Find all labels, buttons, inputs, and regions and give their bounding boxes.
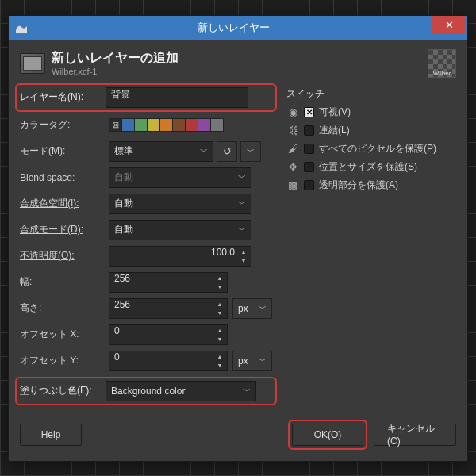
switch-label: 可視(V) (319, 106, 351, 119)
move-icon: ✥ (286, 160, 299, 173)
ok-button[interactable]: OK(O) (292, 424, 363, 446)
size-unit-select[interactable]: px﹀ (232, 298, 272, 319)
eye-icon: ◉ (286, 106, 299, 118)
colortag-swatch[interactable] (185, 118, 198, 132)
label-fill: 塗りつぶし色(F): (20, 384, 106, 397)
highlight-fill: 塗りつぶし色(F): Background color﹀ (15, 377, 277, 405)
offsety-input[interactable]: 0▲▼ (109, 351, 228, 371)
switch-row: ◉✕可視(V) (286, 106, 456, 119)
dialog-window: 新しいレイヤー ✕ 新しいレイヤーの追加 Wilber.xcf-1 Wilber… (8, 15, 468, 462)
switch-checkbox[interactable] (304, 180, 314, 190)
label-height: 高さ: (20, 301, 109, 315)
alpha-icon: ▩ (286, 178, 299, 191)
opacity-input[interactable]: 100.0▲▼ (109, 246, 251, 267)
colortag-swatch[interactable] (134, 118, 148, 132)
width-input[interactable]: 256▲▼ (109, 272, 228, 293)
label-offx: オフセット X: (20, 328, 109, 341)
cancel-button[interactable]: キャンセル(C) (374, 424, 456, 446)
colortag-swatch[interactable] (210, 118, 224, 132)
colortag-swatch[interactable] (198, 118, 211, 132)
highlight-ok: OK(O) (288, 420, 367, 450)
titlebar[interactable]: 新しいレイヤー ✕ (9, 16, 467, 40)
mode-reset-button[interactable]: ↺ (217, 141, 237, 162)
blend-select[interactable]: 自動﹀ (109, 167, 251, 188)
layer-name-input[interactable]: 背景 (106, 87, 248, 108)
mode-menu-button[interactable]: ﹀ (240, 141, 261, 162)
switch-row: 🖌すべてのピクセルを保護(P) (286, 142, 456, 155)
switch-label: 位置とサイズを保護(S) (319, 160, 417, 174)
switch-label: 透明部分を保護(A) (319, 178, 398, 192)
dialog-subtitle: Wilber.xcf-1 (52, 67, 178, 76)
switch-checkbox[interactable]: ✕ (304, 107, 314, 117)
label-width: 幅: (20, 275, 109, 289)
link-icon: ⛓ (286, 124, 299, 136)
switch-label: すべてのピクセルを保護(P) (319, 142, 436, 155)
compmode-select[interactable]: 自動﹀ (109, 220, 251, 240)
switch-row: ⛓連結(L) (286, 124, 456, 137)
compspace-select[interactable]: 自動﹀ (109, 194, 251, 214)
label-compspace: 合成色空間(I): (20, 197, 109, 210)
label-offy: オフセット Y: (20, 354, 109, 367)
dialog-title: 新しいレイヤーの追加 (52, 50, 178, 67)
switch-label: 連結(L) (319, 124, 350, 137)
chevron-down-icon: ﹀ (200, 146, 208, 157)
highlight-layer-name: レイヤー名(N): 背景 (15, 83, 277, 112)
colortag-swatch[interactable] (147, 118, 160, 132)
label-mode: モード(M): (20, 144, 109, 158)
switches-title: スイッチ (286, 87, 456, 101)
colortag-picker[interactable]: ⊠ (109, 118, 224, 132)
close-button[interactable]: ✕ (432, 16, 466, 34)
help-button[interactable]: Help (20, 424, 82, 446)
colortag-swatch[interactable] (121, 118, 135, 132)
offset-unit-select[interactable]: px﹀ (232, 351, 272, 371)
brush-icon: 🖌 (286, 142, 299, 155)
height-input[interactable]: 256▲▼ (109, 298, 228, 319)
preview-thumb: Wilber (428, 49, 456, 78)
dialog-header: 新しいレイヤーの追加 Wilber.xcf-1 Wilber (20, 49, 456, 78)
offsetx-input[interactable]: 0▲▼ (109, 324, 228, 345)
fill-select[interactable]: Background color﹀ (106, 381, 256, 401)
switch-checkbox[interactable] (304, 162, 314, 172)
label-layer-name: レイヤー名(N): (20, 90, 106, 104)
label-opacity: 不透明度(O): (20, 249, 109, 263)
label-blend: Blend space: (20, 172, 109, 183)
colortag-none[interactable]: ⊠ (109, 118, 122, 132)
switch-row: ▩透明部分を保護(A) (286, 178, 456, 192)
switch-checkbox[interactable] (304, 144, 314, 154)
app-icon (13, 20, 29, 36)
window-title: 新しいレイヤー (34, 21, 432, 35)
label-colortag: カラータグ: (20, 118, 109, 132)
colortag-swatch[interactable] (172, 118, 186, 132)
colortag-swatch[interactable] (159, 118, 173, 132)
switch-row: ✥位置とサイズを保護(S) (286, 160, 456, 174)
layers-icon (20, 53, 45, 74)
switch-checkbox[interactable] (304, 125, 314, 136)
label-compmode: 合成モード(D): (20, 223, 109, 236)
mode-select[interactable]: 標準﹀ (109, 141, 213, 162)
